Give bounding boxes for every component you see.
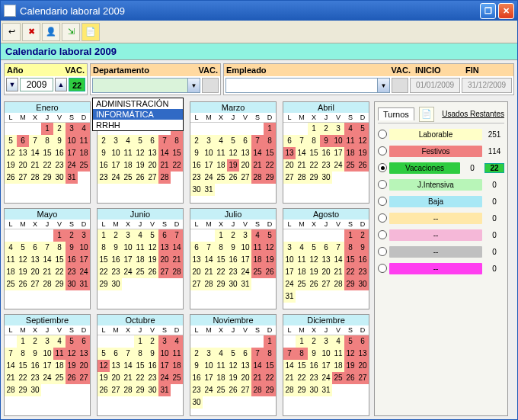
day-cell[interactable]: 28: [171, 266, 183, 278]
day-cell[interactable]: 6: [283, 135, 296, 147]
turno-radio[interactable]: [378, 247, 387, 256]
day-cell[interactable]: 30: [110, 278, 122, 290]
day-cell[interactable]: 16: [357, 254, 369, 266]
day-cell[interactable]: 7: [41, 242, 53, 254]
day-cell[interactable]: 17: [239, 254, 251, 266]
day-cell[interactable]: 25: [53, 372, 66, 384]
day-cell[interactable]: 28: [332, 278, 344, 290]
day-cell[interactable]: 23: [98, 172, 110, 184]
day-cell[interactable]: 27: [239, 384, 251, 396]
day-cell[interactable]: 4: [332, 335, 344, 348]
day-cell[interactable]: 26: [227, 172, 239, 184]
day-cell[interactable]: 17: [41, 360, 53, 372]
day-cell[interactable]: 13: [239, 360, 251, 372]
day-cell[interactable]: 19: [264, 254, 276, 266]
day-cell[interactable]: 1: [134, 335, 146, 348]
day-cell[interactable]: 3: [332, 123, 344, 135]
day-cell[interactable]: 17: [158, 360, 171, 372]
day-cell[interactable]: 15: [344, 254, 357, 266]
day-cell[interactable]: 17: [283, 266, 296, 278]
day-cell[interactable]: 20: [190, 266, 203, 278]
day-cell[interactable]: 18: [215, 372, 227, 384]
day-cell[interactable]: 24: [122, 266, 134, 278]
day-cell[interactable]: 31: [78, 278, 90, 290]
day-cell[interactable]: 12: [227, 147, 239, 159]
day-cell[interactable]: 13: [78, 348, 90, 360]
day-cell[interactable]: 13: [283, 147, 296, 159]
day-cell[interactable]: 15: [171, 147, 183, 159]
day-cell[interactable]: 11: [251, 242, 264, 254]
day-cell[interactable]: 6: [239, 348, 251, 360]
day-cell[interactable]: 2: [357, 229, 369, 242]
day-cell[interactable]: 16: [308, 360, 320, 372]
day-cell[interactable]: 6: [110, 348, 122, 360]
day-cell[interactable]: 22: [98, 266, 110, 278]
day-cell[interactable]: 1: [296, 335, 308, 348]
day-cell[interactable]: 6: [78, 335, 90, 348]
day-cell[interactable]: 14: [122, 360, 134, 372]
day-cell[interactable]: 2: [66, 229, 78, 242]
day-cell[interactable]: 10: [283, 254, 296, 266]
day-cell[interactable]: 7: [29, 135, 41, 147]
day-cell[interactable]: 24: [283, 278, 296, 290]
day-cell[interactable]: 10: [332, 135, 344, 147]
day-cell[interactable]: 19: [146, 254, 158, 266]
day-cell[interactable]: 12: [344, 348, 357, 360]
day-cell[interactable]: 5: [227, 348, 239, 360]
day-cell[interactable]: 23: [66, 266, 78, 278]
turno-radio[interactable]: [378, 163, 387, 172]
day-cell[interactable]: 13: [190, 254, 203, 266]
day-cell[interactable]: 13: [320, 254, 332, 266]
day-cell[interactable]: 17: [110, 159, 122, 172]
day-cell[interactable]: 29: [264, 384, 276, 396]
day-cell[interactable]: 18: [171, 360, 183, 372]
day-cell[interactable]: 30: [357, 278, 369, 290]
day-cell[interactable]: 5: [5, 135, 17, 147]
day-cell[interactable]: 7: [283, 348, 296, 360]
day-cell[interactable]: 9: [66, 242, 78, 254]
day-cell[interactable]: 25: [296, 278, 308, 290]
day-cell[interactable]: 30: [29, 384, 41, 396]
day-cell[interactable]: 5: [146, 229, 158, 242]
day-cell[interactable]: 1: [98, 229, 110, 242]
day-cell[interactable]: 10: [203, 147, 215, 159]
day-cell[interactable]: 19: [98, 372, 110, 384]
day-cell[interactable]: 4: [296, 242, 308, 254]
day-cell[interactable]: 14: [251, 360, 264, 372]
day-cell[interactable]: 9: [357, 242, 369, 254]
day-cell[interactable]: 21: [251, 372, 264, 384]
day-cell[interactable]: 2: [29, 335, 41, 348]
day-cell[interactable]: 4: [134, 229, 146, 242]
day-cell[interactable]: 5: [134, 135, 146, 147]
day-cell[interactable]: 8: [344, 242, 357, 254]
day-cell[interactable]: 7: [5, 348, 17, 360]
day-cell[interactable]: 15: [17, 360, 29, 372]
day-cell[interactable]: 22: [134, 372, 146, 384]
day-cell[interactable]: 7: [122, 348, 134, 360]
turno-radio[interactable]: [378, 146, 387, 155]
day-cell[interactable]: 5: [98, 348, 110, 360]
day-cell[interactable]: 24: [78, 266, 90, 278]
day-cell[interactable]: 20: [320, 266, 332, 278]
day-cell[interactable]: 23: [227, 266, 239, 278]
day-cell[interactable]: 22: [41, 159, 53, 172]
day-cell[interactable]: 25: [215, 384, 227, 396]
fin-input[interactable]: 31/12/2009: [462, 78, 512, 93]
day-cell[interactable]: 4: [251, 229, 264, 242]
day-cell[interactable]: 6: [17, 135, 29, 147]
day-cell[interactable]: 16: [66, 254, 78, 266]
day-cell[interactable]: 8: [17, 348, 29, 360]
day-cell[interactable]: 4: [78, 123, 90, 135]
day-cell[interactable]: 21: [171, 254, 183, 266]
day-cell[interactable]: 21: [158, 159, 171, 172]
day-cell[interactable]: 27: [110, 384, 122, 396]
day-cell[interactable]: 12: [146, 242, 158, 254]
year-down-button[interactable]: ▼: [6, 78, 18, 91]
day-cell[interactable]: 15: [308, 147, 320, 159]
day-cell[interactable]: 25: [171, 372, 183, 384]
day-cell[interactable]: 8: [134, 348, 146, 360]
tool-export[interactable]: ⇲: [62, 23, 80, 41]
day-cell[interactable]: 29: [98, 278, 110, 290]
day-cell[interactable]: 23: [110, 266, 122, 278]
day-cell[interactable]: 30: [190, 396, 203, 409]
